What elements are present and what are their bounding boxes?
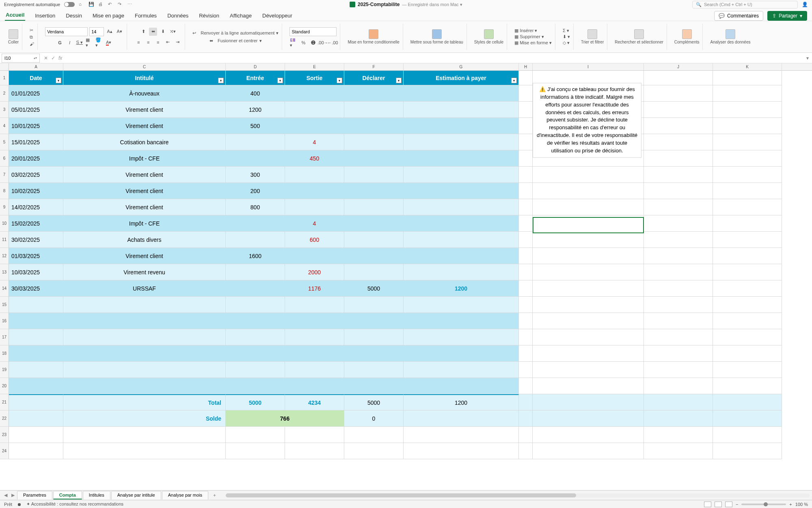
filter-dropdown-icon[interactable]: ▾ xyxy=(56,78,61,83)
cell[interactable] xyxy=(404,329,519,345)
cut-icon[interactable]: ✂ xyxy=(30,28,33,33)
cell[interactable] xyxy=(285,297,344,313)
cell[interactable] xyxy=(533,199,644,215)
intitule-cell[interactable]: Virement client xyxy=(63,118,226,134)
cell[interactable] xyxy=(226,443,285,459)
cell[interactable] xyxy=(519,183,533,199)
filter-dropdown-icon[interactable]: ▾ xyxy=(337,78,342,83)
row-header[interactable]: 14 xyxy=(0,280,9,297)
table-header-cell[interactable]: Estimation à payer▾ xyxy=(404,71,519,85)
ribbon-tab-affichage[interactable]: Affichage xyxy=(229,11,253,21)
estimation-cell[interactable] xyxy=(404,134,519,150)
cell[interactable] xyxy=(344,313,404,329)
ribbon-tab-insertion[interactable]: Insertion xyxy=(34,11,56,21)
currency-icon[interactable]: 💷▾ xyxy=(289,39,298,47)
sheet-next-icon[interactable]: ▶ xyxy=(10,493,16,498)
sortie-cell[interactable]: 2000 xyxy=(285,264,344,280)
cell[interactable] xyxy=(644,199,713,215)
decrease-decimal-icon[interactable]: ←.00 xyxy=(328,39,337,47)
cell[interactable] xyxy=(519,345,533,362)
date-cell[interactable]: 03/02/2025 xyxy=(9,167,63,183)
cell[interactable] xyxy=(713,264,782,280)
cell[interactable] xyxy=(533,280,644,297)
format-cells-button[interactable]: ▦ Mise en forme ▾ xyxy=(514,40,552,46)
cell[interactable] xyxy=(519,394,533,410)
cell[interactable] xyxy=(644,443,713,459)
row-header[interactable]: 22 xyxy=(0,410,9,427)
sheet-tab-analyse-par-mois[interactable]: Analyse par mois xyxy=(162,491,208,499)
estimation-cell[interactable] xyxy=(404,85,519,102)
row-header[interactable]: 20 xyxy=(0,378,9,394)
row-header[interactable]: 23 xyxy=(0,427,9,443)
cell[interactable] xyxy=(285,313,344,329)
cell[interactable] xyxy=(713,71,782,85)
col-header[interactable]: E xyxy=(285,63,344,70)
declarer-cell[interactable] xyxy=(344,232,404,248)
cell[interactable] xyxy=(404,362,519,378)
date-cell[interactable]: 01/01/2025 xyxy=(9,85,63,102)
cell[interactable] xyxy=(644,118,713,134)
entree-cell[interactable] xyxy=(226,134,285,150)
cell[interactable] xyxy=(533,329,644,345)
page-break-view-icon[interactable] xyxy=(725,501,732,507)
cell[interactable] xyxy=(713,443,782,459)
accessibility-status[interactable]: ✦ Accessibilité : consultez nos recomman… xyxy=(26,501,123,507)
cell[interactable] xyxy=(344,427,404,443)
delete-cells-button[interactable]: ▦ Supprimer ▾ xyxy=(514,34,544,39)
analyze-button[interactable]: Analyser des données xyxy=(710,29,750,44)
cell[interactable] xyxy=(344,443,404,459)
cell[interactable] xyxy=(713,345,782,362)
col-header[interactable]: A xyxy=(9,63,63,70)
entree-cell[interactable]: 500 xyxy=(226,118,285,134)
cell[interactable] xyxy=(9,362,63,378)
intitule-cell[interactable]: Virement client xyxy=(63,199,226,215)
table-header-cell[interactable]: Date▾ xyxy=(9,71,63,85)
autosum-icon[interactable]: Σ ▾ xyxy=(563,28,569,33)
total-declarer-cell[interactable]: 5000 xyxy=(344,394,404,410)
cell[interactable] xyxy=(519,362,533,378)
fill-icon[interactable]: ⬇ ▾ xyxy=(563,34,570,39)
cell[interactable] xyxy=(713,410,782,427)
cell[interactable] xyxy=(533,345,644,362)
sortie-cell[interactable] xyxy=(285,199,344,215)
date-cell[interactable]: 10/01/2025 xyxy=(9,118,63,134)
declarer-cell[interactable] xyxy=(344,118,404,134)
share-button[interactable]: ⇪Partager ▾ xyxy=(767,11,807,21)
row-header[interactable]: 9 xyxy=(0,199,9,215)
cell[interactable] xyxy=(713,313,782,329)
cell[interactable] xyxy=(344,362,404,378)
date-cell[interactable]: 15/02/2025 xyxy=(9,215,63,232)
cell[interactable] xyxy=(519,378,533,394)
cell[interactable] xyxy=(644,427,713,443)
row-header[interactable]: 4 xyxy=(0,118,9,134)
solde-est-cell[interactable] xyxy=(404,410,519,427)
cell[interactable] xyxy=(644,329,713,345)
declarer-cell[interactable] xyxy=(344,248,404,264)
col-header[interactable]: F xyxy=(344,63,404,70)
cell[interactable] xyxy=(644,264,713,280)
sortie-cell[interactable]: 1176 xyxy=(285,280,344,297)
date-cell[interactable]: 05/01/2025 xyxy=(9,102,63,118)
font-size-select[interactable] xyxy=(89,27,104,36)
expand-formula-icon[interactable]: ▾ xyxy=(803,55,812,61)
more-icon[interactable]: ⋯ xyxy=(127,2,133,7)
cell[interactable] xyxy=(713,329,782,345)
estimation-cell[interactable] xyxy=(404,264,519,280)
sheet-tab-compta[interactable]: Compta xyxy=(53,491,82,499)
cell[interactable] xyxy=(285,345,344,362)
cell[interactable] xyxy=(713,232,782,248)
sortie-cell[interactable] xyxy=(285,102,344,118)
redo-icon[interactable]: ↷ xyxy=(118,2,123,7)
entree-cell[interactable] xyxy=(226,150,285,167)
cell[interactable] xyxy=(644,71,713,85)
row-header[interactable]: 8 xyxy=(0,183,9,199)
intitule-cell[interactable]: Virement revenu xyxy=(63,264,226,280)
sheet-tab-analyse-par-intitule[interactable]: Analyse par intitule xyxy=(111,491,161,499)
cell[interactable] xyxy=(644,297,713,313)
estimation-cell[interactable] xyxy=(404,248,519,264)
estimation-cell[interactable] xyxy=(404,183,519,199)
cell[interactable] xyxy=(519,297,533,313)
cell[interactable] xyxy=(533,427,644,443)
cell[interactable] xyxy=(519,410,533,427)
date-cell[interactable]: 10/02/2025 xyxy=(9,183,63,199)
